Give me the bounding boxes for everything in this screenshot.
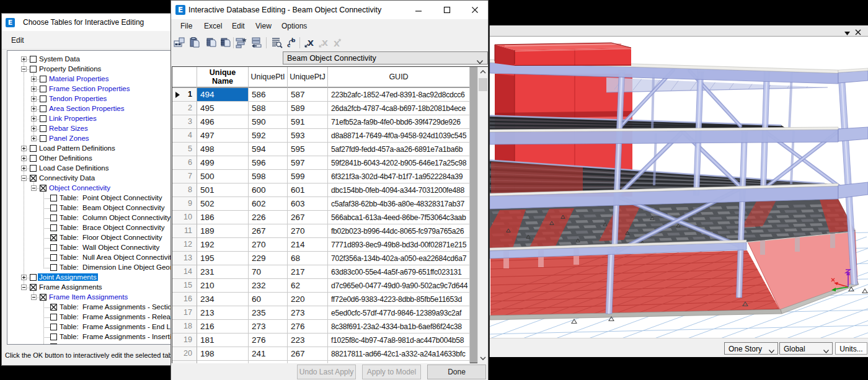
units-button[interactable]: Units... <box>835 342 867 355</box>
cell-unique-pti[interactable]: 586 <box>249 88 288 102</box>
cell-guid[interactable]: dbc154bb-0feb-4094-a344-7031200fe488 <box>328 183 470 197</box>
cell-unique-pti[interactable]: 276 <box>249 334 288 347</box>
cell-unique-ptj[interactable]: 599 <box>288 170 328 183</box>
cell-unique-ptj[interactable]: 276 <box>288 320 328 334</box>
cell-unique-pti[interactable]: 235 <box>249 306 288 320</box>
tree-expand-icon[interactable] <box>21 146 27 151</box>
close-view-icon[interactable] <box>855 27 865 35</box>
cell-unique-name[interactable]: 495 <box>197 102 249 115</box>
column-header-unique-pti[interactable]: UniquePtI <box>249 67 288 87</box>
copy-table-icon[interactable] <box>174 37 186 49</box>
coord-system-combobox[interactable]: Global <box>779 342 833 355</box>
cell-unique-name[interactable]: 234 <box>197 293 249 306</box>
tree-expand-icon[interactable] <box>31 106 37 112</box>
cell-unique-name[interactable]: 189 <box>197 224 249 238</box>
tree-collapse-icon[interactable] <box>21 175 27 181</box>
tree-collapse-icon[interactable] <box>21 285 27 290</box>
cell-unique-ptj[interactable]: 220 <box>288 293 328 306</box>
cell-unique-ptj[interactable]: 273 <box>288 306 328 320</box>
menu-file[interactable]: File <box>180 22 192 30</box>
tree-expand-icon[interactable] <box>21 156 27 161</box>
tree-item-area-section-properties[interactable]: Area Section Properties <box>7 104 172 114</box>
close-button[interactable] <box>464 1 485 19</box>
minimize-button[interactable] <box>408 1 429 19</box>
table-row-2[interactable]: 249558858926da2fcb-4787-4ca8-b697-18b208… <box>172 102 470 115</box>
cell-unique-ptj[interactable]: 593 <box>288 129 328 143</box>
tree-checkbox-unchecked[interactable] <box>40 125 46 132</box>
cell-guid[interactable]: 59f2841b-6043-4202-b905-646e17a25c98 <box>328 156 470 170</box>
cell-unique-pti[interactable]: 594 <box>249 143 288 156</box>
tree-checkbox-unchecked[interactable] <box>40 86 46 92</box>
cell-guid[interactable]: 5af27fd9-fedd-457a-aa26-6891e7a1ba6b <box>328 143 470 156</box>
tree-item-table-frame-assignments-insertion-point[interactable]: Table: Frame Assignments - Insertion Poi… <box>7 332 172 342</box>
tree-item-table-column-object-connectivity[interactable]: Table: Column Object Connectivity <box>7 213 172 223</box>
tree-item-connectivity-data[interactable]: Connectivity Data <box>7 174 172 183</box>
table-row-19[interactable]: 19181276223f1025f8c-4b97-47a8-981d-ac447… <box>172 334 470 347</box>
column-header-row-header[interactable] <box>172 67 197 87</box>
tree-item-table-point-object-connectivity[interactable]: Table: Point Object Connectivity <box>7 193 172 203</box>
tree-item-frame-item-assignments[interactable]: Frame Item Assignments <box>7 293 172 303</box>
cell-unique-pti[interactable]: 596 <box>249 156 288 170</box>
table-row-14[interactable]: 142317021763d83c00-55e4-4a5f-a679-651ffc… <box>172 265 470 279</box>
paste-add-icon[interactable] <box>206 37 218 49</box>
tree-item-tendon-properties[interactable]: Tendon Properties <box>7 94 172 104</box>
tree-collapse-icon[interactable] <box>31 294 37 300</box>
cell-unique-name[interactable]: 210 <box>197 279 249 293</box>
table-row-11[interactable]: 11189267270fb02b023-b996-44dc-8065-fc979… <box>172 224 470 238</box>
tree-checkbox-checked[interactable] <box>40 294 46 301</box>
cell-guid[interactable]: 7771d893-8ec9-49b8-bd3d-00f02871e215 <box>328 238 470 252</box>
view-titlebar[interactable] <box>490 25 868 37</box>
cell-unique-pti[interactable]: 600 <box>249 183 288 197</box>
tree-checkbox-unchecked[interactable] <box>30 155 37 162</box>
add-rows-icon[interactable] <box>236 37 248 49</box>
collapse-view-icon[interactable] <box>844 27 854 35</box>
cell-unique-name[interactable]: 500 <box>197 170 249 183</box>
tree-checkbox-unchecked[interactable] <box>30 165 37 172</box>
tree-checkbox-unchecked[interactable] <box>50 195 57 201</box>
table-row-17[interactable]: 17213235273e5ed0cfc-57df-477d-9846-12389… <box>172 306 470 320</box>
tree-item-link-properties[interactable]: Link Properties <box>7 114 172 124</box>
tree-checkbox-unchecked[interactable] <box>50 214 57 221</box>
done-button[interactable]: Done <box>427 365 486 379</box>
tree-checkbox-unchecked[interactable] <box>30 274 37 281</box>
cell-unique-pti[interactable]: 70 <box>249 265 288 279</box>
tree-expand-icon[interactable] <box>31 136 37 141</box>
cell-guid[interactable]: ff72e0d6-9383-4223-8dbb-85fb5e11653d <box>328 293 470 306</box>
scroll-down-icon[interactable] <box>478 353 488 363</box>
cell-guid[interactable]: d8a88714-7649-4f0a-9458-924d1039c545 <box>328 129 470 143</box>
cell-unique-name[interactable]: 181 <box>197 334 249 347</box>
tree-checkbox-unchecked[interactable] <box>50 205 57 211</box>
cell-unique-pti[interactable]: 229 <box>249 252 288 265</box>
tree-checkbox-unchecked[interactable] <box>40 135 46 142</box>
cell-unique-ptj[interactable]: 62 <box>288 279 328 293</box>
cell-unique-name[interactable]: 186 <box>197 211 249 224</box>
cell-unique-ptj[interactable]: 267 <box>288 347 328 361</box>
tree-item-joint-assignments[interactable]: Joint Assignments <box>7 273 172 283</box>
delete-selection-icon[interactable]: X <box>304 37 316 49</box>
tree-checkbox-unchecked[interactable] <box>50 343 57 345</box>
cell-unique-name[interactable]: 502 <box>197 197 249 211</box>
tree-checkbox-unchecked[interactable] <box>30 145 37 152</box>
cell-guid[interactable]: fb02b023-b996-44dc-8065-fc979a765a26 <box>328 224 470 238</box>
table-row-7[interactable]: 75005985996f321f3a-302d-4b47-b1f7-1a9522… <box>172 170 470 183</box>
tree-checkbox-unchecked[interactable] <box>40 76 46 82</box>
column-header-guid[interactable]: GUID <box>328 67 470 87</box>
tree-checkbox-checked[interactable] <box>30 175 37 182</box>
cell-unique-name[interactable]: 501 <box>197 183 249 197</box>
cell-unique-pti[interactable]: 598 <box>249 170 288 183</box>
cell-unique-ptj[interactable]: 595 <box>288 143 328 156</box>
tree-expand-icon[interactable] <box>31 116 37 122</box>
cell-unique-pti[interactable]: 590 <box>249 115 288 129</box>
tree-expand-icon[interactable] <box>21 166 27 171</box>
scroll-up-icon[interactable] <box>478 67 488 77</box>
cell-guid[interactable]: 8c38f691-23a2-4334-ba1b-6aef86f24c38 <box>328 320 470 334</box>
table-row-12[interactable]: 121922702147771d893-8ec9-49b8-bd3d-00f02… <box>172 238 470 252</box>
apply-to-model-button[interactable]: Apply to Model <box>362 365 421 379</box>
cell-unique-pti[interactable]: 602 <box>249 197 288 211</box>
tree-expand-icon[interactable] <box>21 56 27 62</box>
cell-unique-ptj[interactable]: 68 <box>288 252 328 265</box>
cell-unique-name[interactable]: 499 <box>197 156 249 170</box>
menu-options[interactable]: Options <box>281 22 307 30</box>
tree-expand-icon[interactable] <box>31 126 37 131</box>
undo-last-apply-button[interactable]: Undo Last Apply <box>297 365 356 379</box>
